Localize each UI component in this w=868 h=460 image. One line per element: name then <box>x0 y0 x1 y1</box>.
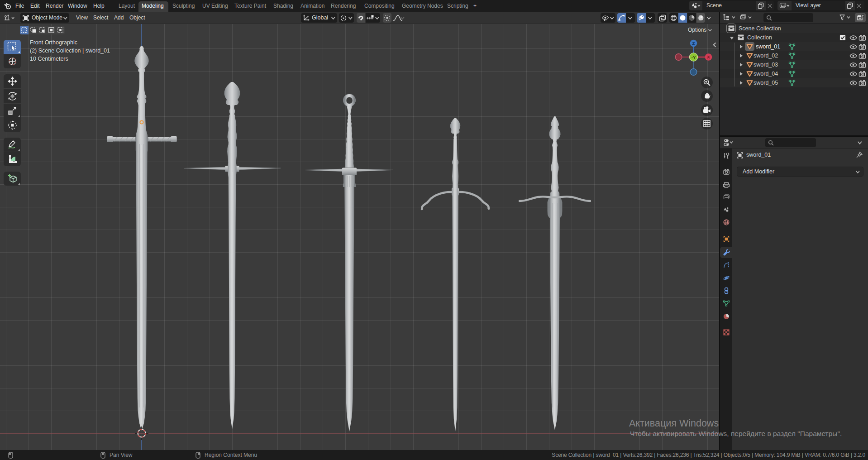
svg-text:X: X <box>707 54 710 59</box>
svg-text:Z: Z <box>692 41 695 46</box>
svg-text:-Y: -Y <box>692 55 696 60</box>
